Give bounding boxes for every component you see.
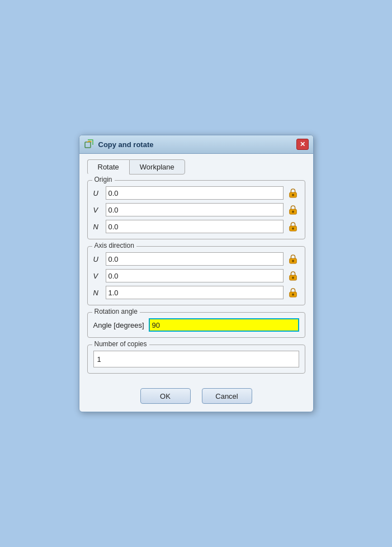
angle-label: Angle [degrees] [93, 321, 144, 329]
title-bar-text: Copy and rotate [98, 140, 293, 149]
svg-rect-6 [292, 228, 294, 230]
angle-row: Angle [degrees] [93, 318, 299, 332]
axis-v-row: V [93, 269, 299, 282]
close-button[interactable]: ✕ [296, 139, 309, 150]
svg-rect-10 [292, 277, 294, 279]
axis-direction-group-label: Axis direction [92, 242, 136, 249]
copies-group-label: Number of copies [92, 340, 149, 348]
svg-rect-8 [292, 260, 294, 262]
svg-rect-0 [85, 142, 91, 148]
angle-input[interactable] [149, 318, 299, 332]
cancel-button[interactable]: Cancel [202, 388, 252, 404]
axis-n-label: N [93, 289, 102, 297]
svg-rect-12 [292, 294, 294, 296]
ok-button[interactable]: OK [140, 388, 191, 404]
title-bar: Copy and rotate ✕ [79, 135, 313, 154]
origin-v-lock[interactable] [287, 204, 299, 216]
axis-v-lock[interactable] [287, 270, 299, 282]
svg-rect-4 [292, 211, 294, 213]
origin-group: Origin U V [87, 180, 305, 239]
axis-direction-group: Axis direction U V [87, 246, 305, 305]
origin-group-label: Origin [92, 176, 115, 183]
axis-n-lock[interactable] [287, 286, 299, 299]
svg-rect-2 [292, 194, 294, 196]
origin-n-input[interactable] [106, 220, 284, 233]
rotation-angle-group-label: Rotation angle [92, 308, 140, 315]
axis-u-input[interactable] [106, 252, 284, 266]
axis-v-label: V [93, 272, 102, 280]
origin-u-label: U [93, 189, 102, 197]
tab-rotate[interactable]: Rotate [87, 159, 129, 175]
origin-n-label: N [93, 223, 102, 231]
copy-and-rotate-dialog: Copy and rotate ✕ Rotate Workplane Origi… [79, 135, 314, 412]
copies-input[interactable] [93, 351, 299, 367]
copies-group: Number of copies [87, 345, 305, 374]
origin-v-label: V [93, 206, 102, 214]
origin-n-lock[interactable] [287, 220, 299, 233]
axis-n-input[interactable] [106, 286, 284, 299]
origin-v-row: V [93, 203, 299, 216]
origin-u-input[interactable] [106, 186, 284, 200]
origin-n-row: N [93, 220, 299, 233]
dialog-icon [84, 139, 95, 150]
axis-u-lock[interactable] [287, 253, 299, 265]
origin-u-row: U [93, 186, 299, 200]
button-row: OK Cancel [87, 383, 305, 404]
tab-workplane[interactable]: Workplane [129, 159, 185, 175]
origin-v-input[interactable] [106, 203, 284, 216]
tab-bar: Rotate Workplane [87, 159, 305, 175]
origin-u-lock[interactable] [287, 187, 299, 199]
dialog-body: Rotate Workplane Origin U V [79, 154, 313, 412]
axis-u-label: U [93, 255, 102, 263]
axis-v-input[interactable] [106, 269, 284, 282]
rotation-angle-group: Rotation angle Angle [degrees] [87, 312, 305, 338]
axis-n-row: N [93, 286, 299, 299]
axis-u-row: U [93, 252, 299, 266]
